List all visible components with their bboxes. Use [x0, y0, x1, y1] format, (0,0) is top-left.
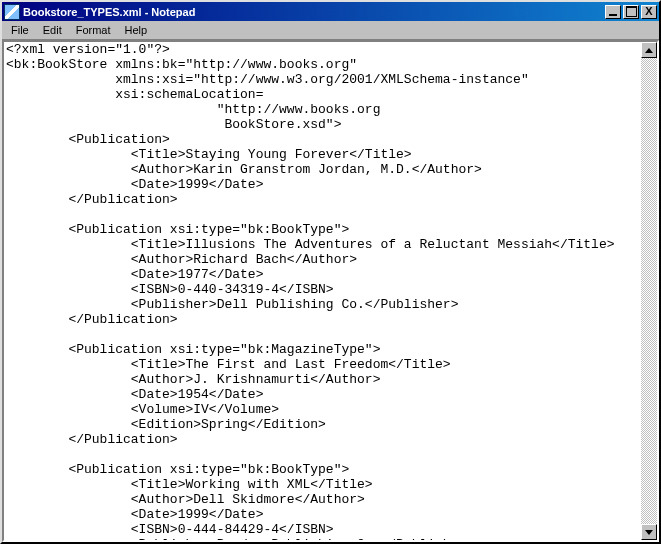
text-editor[interactable]: <?xml version="1.0"?> <bk:BookStore xmln…	[4, 42, 641, 540]
close-button[interactable]: X	[641, 5, 657, 19]
menu-edit-label: Edit	[43, 24, 62, 36]
chevron-down-icon	[645, 530, 653, 535]
minimize-button[interactable]	[605, 5, 621, 19]
title-bar: Bookstore_TYPES.xml - Notepad X	[2, 2, 659, 21]
menu-help-label: Help	[125, 24, 148, 36]
scroll-track[interactable]	[641, 58, 657, 524]
chevron-up-icon	[645, 48, 653, 53]
menu-edit[interactable]: Edit	[36, 23, 69, 37]
scroll-down-button[interactable]	[641, 524, 657, 540]
client-area: <?xml version="1.0"?> <bk:BookStore xmln…	[2, 40, 659, 542]
notepad-window: Bookstore_TYPES.xml - Notepad X File Edi…	[0, 0, 661, 544]
window-title: Bookstore_TYPES.xml - Notepad	[23, 6, 603, 18]
menu-format[interactable]: Format	[69, 23, 118, 37]
app-icon	[4, 4, 20, 20]
scroll-up-button[interactable]	[641, 42, 657, 58]
menu-format-label: Format	[76, 24, 111, 36]
menu-bar: File Edit Format Help	[2, 21, 659, 40]
menu-file-label: File	[11, 24, 29, 36]
vertical-scrollbar[interactable]	[641, 42, 657, 540]
menu-file[interactable]: File	[4, 23, 36, 37]
menu-help[interactable]: Help	[118, 23, 155, 37]
maximize-button[interactable]	[623, 5, 639, 19]
